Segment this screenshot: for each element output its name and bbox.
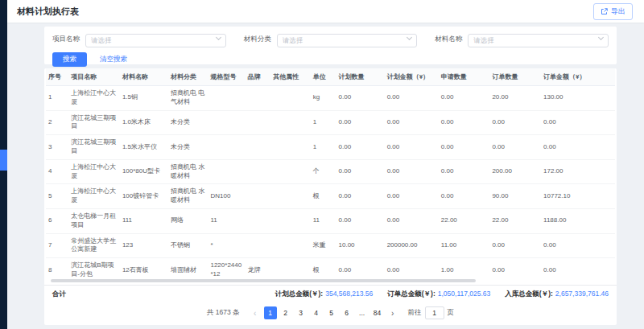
total-item-value: 2,657,339,761.46 <box>555 290 609 298</box>
column-header: 序号 <box>46 68 68 86</box>
table-cell <box>245 110 270 135</box>
table-row[interactable]: 1上海松江中心大厦1.5铜招商机电 电气材料kg0.000.000.0020.0… <box>46 86 615 111</box>
total-item: 订单总金额(￥):1,050,117,025.63 <box>387 290 490 299</box>
table-cell: 3 <box>46 135 68 160</box>
table-cell <box>208 110 245 135</box>
table-cell: 11.00 <box>439 233 490 258</box>
table-cell: 根 <box>311 258 336 278</box>
table-cell: 龙牌 <box>245 258 270 278</box>
filter-material-name-label: 材料名称 <box>435 35 462 44</box>
table-cell <box>245 208 270 233</box>
table-cell: 172.00 <box>541 159 615 184</box>
table-cell: 0.00 <box>439 110 490 135</box>
table-cell: 22.00 <box>439 208 490 233</box>
table-cell <box>270 184 310 209</box>
table-cell <box>245 86 270 111</box>
page-button[interactable]: 6 <box>341 306 353 319</box>
table-cell: 100镀锌管卡 <box>120 184 168 209</box>
export-icon <box>601 8 608 15</box>
table-row[interactable]: 2滨江花城三期项目1.0米木床未分类10.000.000.000.000.00 <box>46 110 615 135</box>
table-cell: 0.00 <box>541 258 615 278</box>
total-item-label: 订单总金额(￥): <box>387 290 436 298</box>
page-button[interactable]: 84 <box>371 306 384 319</box>
table-cell: 2 <box>46 110 68 135</box>
table-row[interactable]: 6太仓电梯一月租项目111网络11110.000.0022.0022.00118… <box>46 208 615 233</box>
project-name-select[interactable] <box>85 31 226 47</box>
table-cell: 0.00 <box>439 159 490 184</box>
table-cell: 0.00 <box>385 208 439 233</box>
table-row[interactable]: 4上海松江中心大厦100*80U型卡招商机电 水暖材料个0.000.000.00… <box>46 159 615 184</box>
material-category-select[interactable] <box>277 31 418 47</box>
table-cell: 0.00 <box>385 86 439 111</box>
totals-items: 计划总金额(￥):354,568,213.56订单总金额(￥):1,050,11… <box>275 290 609 299</box>
material-name-select-input[interactable] <box>468 34 609 47</box>
table-cell <box>208 135 245 160</box>
table-cell <box>245 184 270 209</box>
page-button[interactable]: 3 <box>295 306 308 319</box>
horizontal-scrollbar-thumb[interactable] <box>51 279 476 282</box>
column-header: 材料名称 <box>120 68 168 86</box>
page-button[interactable]: 4 <box>310 306 323 319</box>
sidebar-active-item-indicator[interactable] <box>0 150 7 171</box>
horizontal-scrollbar[interactable] <box>51 279 610 282</box>
table-cell: 0.00 <box>439 184 490 209</box>
total-item-value: 354,568,213.56 <box>325 290 373 298</box>
table-cell: 0.00 <box>336 184 385 209</box>
table-cell: 招商机电 电气材料 <box>168 86 208 111</box>
filter-material-category-label: 材料分类 <box>244 35 271 44</box>
goto-page-input[interactable] <box>425 306 444 319</box>
page-button[interactable]: 1 <box>264 306 277 319</box>
search-button[interactable]: 搜索 <box>52 52 87 67</box>
table-scroll-area[interactable]: 序号项目名称材料名称材料分类规格型号品牌其他属性单位计划数量计划金额（¥）申请数… <box>44 68 617 278</box>
material-name-select[interactable] <box>468 31 609 47</box>
table-row[interactable]: 8滨江花城B期项目-分包12石膏板墙面辅材1220*2440*12龙牌根0.00… <box>46 258 615 278</box>
total-item-label: 计划总金额(￥): <box>275 290 324 298</box>
page-title: 材料计划执行表 <box>17 6 79 18</box>
column-header: 计划金额（¥） <box>385 68 439 86</box>
table-cell: 上海松江中心大厦 <box>68 184 120 209</box>
table-cell: 1 <box>311 135 336 160</box>
table-cell: 未分类 <box>168 110 208 135</box>
table-cell: 111 <box>120 208 168 233</box>
table-cell: 10.00 <box>336 233 385 258</box>
table-cell <box>245 159 270 184</box>
table-cell: 22.00 <box>489 208 541 233</box>
page-button[interactable]: 5 <box>325 306 338 319</box>
table-cell: 20.00 <box>489 86 541 111</box>
table-cell: 0.00 <box>336 86 385 111</box>
table-row[interactable]: 7常州盛达大学生公寓新建123不锈钢*米重10.00200000.0011.00… <box>46 233 615 258</box>
table-row[interactable]: 5上海松江中心大厦100镀锌管卡招商机电 水暖材料DN100根0.000.000… <box>46 184 615 209</box>
column-header: 单位 <box>311 68 336 86</box>
table-cell: 常州盛达大学生公寓新建 <box>68 233 120 258</box>
table-cell: 0.00 <box>385 258 439 278</box>
table-cell: 个 <box>311 159 336 184</box>
table-cell: 0.00 <box>385 135 439 160</box>
collapsed-sidebar[interactable] <box>0 0 7 329</box>
total-item: 入库总金额(￥):2,657,339,761.46 <box>505 290 609 299</box>
total-count: 共 1673 条 <box>207 308 240 318</box>
page-button[interactable]: 2 <box>279 306 292 319</box>
data-table-panel: 序号项目名称材料名称材料分类规格型号品牌其他属性单位计划数量计划金额（¥）申请数… <box>44 68 617 325</box>
column-header: 计划数量 <box>336 68 385 86</box>
column-header: 项目名称 <box>68 68 120 86</box>
material-category-select-input[interactable] <box>277 34 418 47</box>
next-page-button[interactable]: › <box>387 307 398 319</box>
table-cell: 100*80U型卡 <box>120 159 168 184</box>
table-cell: 90.00 <box>489 184 541 209</box>
table-cell: 招商机电 水暖材料 <box>168 184 208 209</box>
export-button[interactable]: 导出 <box>593 3 633 20</box>
table-cell: 123 <box>120 233 168 258</box>
table-cell <box>270 110 310 135</box>
filter-project-name: 项目名称 <box>52 31 226 47</box>
column-header: 订单数量 <box>489 68 541 86</box>
prev-page-button[interactable]: ‹ <box>250 307 261 319</box>
table-row[interactable]: 3滨江花城三期项目1.5米水平仪未分类10.000.000.000.000.00 <box>46 135 615 160</box>
column-header: 申请数量 <box>439 68 490 86</box>
clear-search-button[interactable]: 清空搜索 <box>100 55 127 64</box>
project-name-select-input[interactable] <box>85 34 226 47</box>
table-cell: 1.5铜 <box>120 86 168 111</box>
table-cell: 12石膏板 <box>120 258 168 278</box>
table-cell: 上海松江中心大厦 <box>68 159 120 184</box>
page-header: 材料计划执行表 导出 <box>7 0 644 23</box>
table-cell: 8 <box>46 258 68 278</box>
